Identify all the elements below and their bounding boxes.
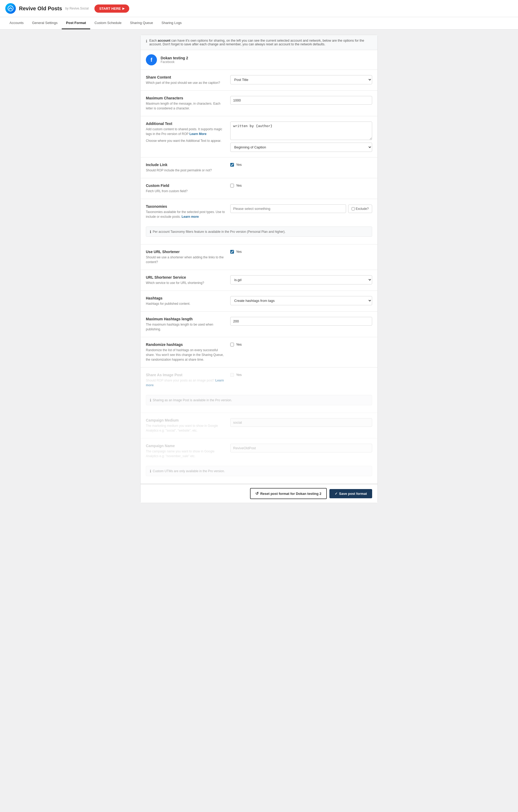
section-label-share-as-image: Share As Image Post Should ROP share you… — [146, 373, 225, 387]
additional-text-textarea[interactable]: written by {author} — [230, 121, 372, 140]
section-randomize-hashtags: Randomize hashtags Randomize the list of… — [141, 337, 377, 368]
additional-text-desc: Add custom content to shared posts. It s… — [146, 127, 225, 136]
custom-field-label: Yes — [236, 183, 242, 187]
url-shortener-title: Use URL Shortener — [146, 250, 225, 254]
section-label-url-shortener: Use URL Shortener Should we use a shorte… — [146, 250, 225, 264]
share-as-image-label: Yes — [236, 373, 242, 377]
additional-text-position-desc: Choose where you want the Additional Tex… — [146, 138, 225, 143]
url-shortener-checkbox-row: Yes — [230, 250, 372, 254]
info-icon-utm: ℹ — [150, 469, 151, 473]
tab-sharing-queue[interactable]: Sharing Queue — [126, 17, 157, 29]
include-link-checkbox-row: Yes — [230, 163, 372, 167]
hashtags-control: Create hashtags from tags No hashtags Co… — [230, 296, 372, 306]
account-name: Dokan testing 2 — [161, 56, 188, 60]
share-content-select[interactable]: Post Title Post Content Post Excerpt — [230, 75, 372, 84]
share-as-image-control: Yes — [230, 373, 372, 387]
url-shortener-control: Yes — [230, 250, 372, 264]
tab-custom-schedule[interactable]: Custom Schedule — [90, 17, 126, 29]
app-logo — [5, 3, 16, 14]
taxonomies-control: Exclude? — [230, 204, 372, 219]
exclude-button[interactable]: Exclude? — [348, 205, 372, 213]
section-include-link: Include Link Should ROP include the post… — [141, 157, 377, 178]
share-as-image-desc: Should ROP share your posts as an image … — [146, 378, 225, 387]
utm-pro-notice: ℹ Custom UTMs are only available in the … — [146, 466, 372, 476]
section-max-hashtags: Maximum Hashtags length The maximum hash… — [141, 312, 377, 337]
taxonomies-title: Taxonomies — [146, 204, 225, 208]
randomize-hashtags-desc: Randomize the list of hashtags on every … — [146, 348, 225, 362]
reset-button[interactable]: Reset post format for Dokan testing 2 — [250, 488, 327, 499]
section-label-hashtags: Hashtags Hashtags for published content. — [146, 296, 225, 306]
additional-text-title: Additional Text — [146, 121, 225, 126]
additional-text-control: written by {author} Beginning of Caption… — [230, 121, 372, 152]
exclude-label: Exclude? — [356, 207, 369, 211]
campaign-name-row: Campaign Name The campaign name you want… — [146, 444, 372, 459]
section-label-additional-text: Additional Text Add custom content to sh… — [146, 121, 225, 152]
section-label-campaign-medium: Campaign Medium The marketing medium you… — [146, 418, 225, 433]
section-label-include-link: Include Link Should ROP include the post… — [146, 163, 225, 173]
learn-more-link-additional[interactable]: Learn More — [189, 132, 207, 136]
taxonomy-input[interactable] — [230, 204, 346, 213]
randomize-hashtags-title: Randomize hashtags — [146, 343, 225, 347]
url-shortener-checkbox[interactable] — [230, 250, 234, 254]
section-campaign-medium: Campaign Medium The marketing medium you… — [141, 413, 377, 438]
app-name: Revive Old Posts — [19, 5, 62, 11]
randomize-hashtags-control: Yes — [230, 343, 372, 362]
account-info: Dokan testing 2 Facebook — [161, 56, 188, 64]
start-here-button[interactable]: START HERE — [94, 4, 129, 13]
include-link-control: Yes — [230, 163, 372, 173]
tab-accounts[interactable]: Accounts — [5, 17, 28, 29]
section-max-characters: Maximum Characters Maximum length of the… — [141, 91, 377, 116]
max-hashtags-control — [230, 317, 372, 332]
url-shortener-service-select[interactable]: is.gd bit.ly ow.ly — [230, 275, 372, 285]
max-characters-desc: Maximum length of the message, in charac… — [146, 101, 225, 111]
campaign-medium-title: Campaign Medium — [146, 418, 225, 422]
section-label-randomize-hashtags: Randomize hashtags Randomize the list of… — [146, 343, 225, 362]
custom-field-desc: Fetch URL from custom field? — [146, 189, 225, 194]
campaign-medium-input[interactable] — [230, 418, 372, 427]
custom-field-control: Yes — [230, 183, 372, 194]
learn-more-link-image[interactable]: Learn more — [146, 379, 224, 387]
tab-general-settings[interactable]: General Settings — [28, 17, 62, 29]
max-hashtags-desc: The maximum hashtags length to be used w… — [146, 322, 225, 332]
tab-post-format[interactable]: Post Format — [62, 17, 90, 29]
section-label-share-content: Share Content Which part of the post sho… — [146, 75, 225, 85]
section-label-custom-field: Custom Field Fetch URL from custom field… — [146, 183, 225, 194]
section-additional-text: Additional Text Add custom content to sh… — [141, 116, 377, 157]
section-label-campaign-name: Campaign Name The campaign name you want… — [146, 444, 225, 459]
url-shortener-service-desc: Which service to use for URL shortening? — [146, 281, 225, 285]
section-url-shortener-service: URL Shortener Service Which service to u… — [141, 270, 377, 291]
campaign-name-input[interactable] — [230, 444, 372, 453]
section-share-as-image: Share As Image Post Should ROP share you… — [141, 368, 377, 413]
section-label-max-characters: Maximum Characters Maximum length of the… — [146, 96, 225, 111]
reset-label: Reset post format for Dokan testing 2 — [260, 492, 322, 496]
save-label: Save post format — [339, 492, 367, 496]
hashtags-select[interactable]: Create hashtags from tags No hashtags Co… — [230, 296, 372, 305]
share-as-image-checkbox[interactable] — [230, 373, 234, 377]
section-hashtags: Hashtags Hashtags for published content.… — [141, 291, 377, 312]
taxonomies-pro-text: Per account Taxonomy filters feature is … — [153, 230, 285, 234]
custom-field-checkbox[interactable] — [230, 184, 234, 187]
save-button[interactable]: Save post format — [329, 489, 372, 498]
exclude-checkbox[interactable] — [352, 207, 355, 210]
taxonomy-row: Exclude? — [230, 204, 372, 213]
max-hashtags-input[interactable] — [230, 317, 372, 326]
additional-text-position-select[interactable]: Beginning of Caption End of Caption — [230, 143, 372, 152]
include-link-label: Yes — [236, 163, 242, 167]
learn-more-link-taxonomies[interactable]: Learn more — [182, 215, 199, 219]
include-link-checkbox[interactable] — [230, 163, 234, 167]
randomize-hashtags-checkbox[interactable] — [230, 343, 234, 346]
campaign-name-desc: The campaign name you want to show in Go… — [146, 449, 225, 459]
tab-sharing-logs[interactable]: Sharing Logs — [157, 17, 186, 29]
share-content-desc: Which part of the post should we use as … — [146, 80, 225, 85]
share-content-control: Post Title Post Content Post Excerpt — [230, 75, 372, 85]
hashtags-title: Hashtags — [146, 296, 225, 300]
url-shortener-label: Yes — [236, 250, 242, 254]
svg-point-0 — [8, 6, 13, 11]
url-shortener-desc: Should we use a shortener when adding th… — [146, 255, 225, 264]
max-characters-input[interactable] — [230, 96, 372, 105]
info-banner: ℹ Each account can have it's own options… — [141, 35, 377, 50]
avatar: f — [146, 54, 157, 65]
share-content-title: Share Content — [146, 75, 225, 79]
campaign-medium-desc: The marketing medium you want to show in… — [146, 424, 225, 433]
section-label-url-shortener-service: URL Shortener Service Which service to u… — [146, 275, 225, 285]
